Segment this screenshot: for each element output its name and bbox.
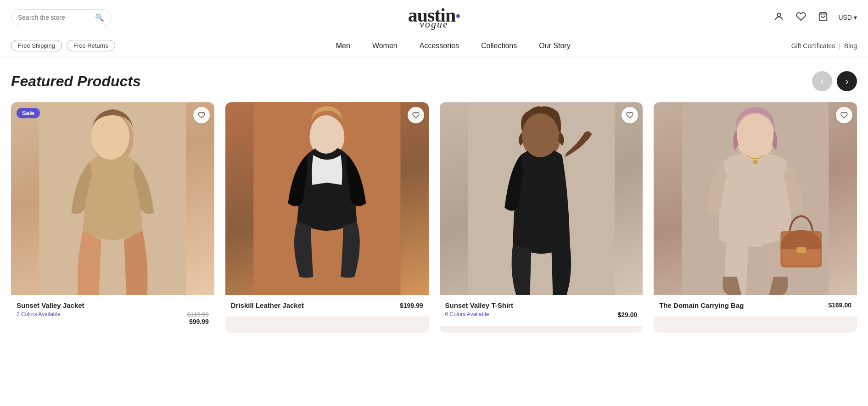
product-name-price-row: The Domain Carrying Bag $169.00 [659,301,851,309]
product-card: Sunset Valley T-Shirt 6 Colors Available… [440,102,643,333]
product-figure-svg [225,102,429,295]
products-grid: Sale Sunset Valley Jacket 2 Colors Avail… [11,102,857,333]
search-icon: 🔍 [95,13,104,22]
price-regular-2: $199.99 [400,302,423,309]
nav-men[interactable]: Men [336,42,350,50]
product-meta-1: 2 Colors Available $119.99 $99.99 [17,311,209,325]
product-meta-3: 6 Colors Available $29.00 [445,311,638,318]
svg-point-14 [753,160,758,164]
wishlist-button-1[interactable] [193,107,210,123]
product-card: Sale Sunset Valley Jacket 2 Colors Avail… [11,102,214,333]
product-colors-1: 2 Colors Available [17,311,61,317]
wishlist-button-4[interactable] [836,107,852,123]
cart-button[interactable] [816,10,830,26]
nav-women[interactable]: Women [372,42,398,50]
featured-title: Featured Products [11,73,141,90]
product-image-wrap [654,102,857,295]
product-info-3: Sunset Valley T-Shirt 6 Colors Available… [440,295,643,326]
header-right: USD ▾ [575,10,857,26]
site-logo[interactable]: austin vogue [408,6,460,29]
currency-selector[interactable]: USD ▾ [838,14,857,21]
heart-icon [626,111,633,119]
product-card: The Domain Carrying Bag $169.00 [654,102,857,333]
main-nav: Men Women Accessories Collections Our St… [115,42,791,50]
heart-icon [198,111,205,119]
product-image-4 [654,102,857,295]
product-image-3 [440,102,643,295]
product-name-3: Sunset Valley T-Shirt [445,301,638,309]
heart-icon [840,111,848,119]
search-box[interactable]: 🔍 [11,9,112,26]
featured-header: Featured Products ‹ › [11,71,857,91]
account-button[interactable] [772,10,786,26]
svg-point-18 [737,114,774,157]
svg-rect-17 [797,247,806,253]
carousel-next-button[interactable]: › [837,71,857,91]
svg-point-11 [522,113,559,157]
product-figure-svg [11,102,214,295]
price-regular-4: $169.00 [828,301,851,309]
site-header: 🔍 austin vogue USD ▾ [0,0,868,35]
product-name-2: Driskill Leather Jacket [231,301,304,309]
gift-certificates-link[interactable]: Gift Certificates [791,42,835,50]
product-info-4: The Domain Carrying Bag $169.00 [654,295,857,317]
subheader: Free Shipping Free Returns Men Women Acc… [0,35,868,56]
main-content: Featured Products ‹ › [0,56,868,344]
search-input[interactable] [18,14,91,21]
nav-accessories[interactable]: Accessories [420,42,459,50]
svg-point-4 [91,114,129,160]
product-image-2 [225,102,429,295]
currency-label: USD [838,14,852,21]
nav-right: Gift Certificates | Blog [791,42,857,50]
nav-collections[interactable]: Collections [481,42,517,50]
product-name-price-row: Driskill Leather Jacket $199.99 [231,301,423,309]
header-left: 🔍 [11,9,293,26]
sale-badge: Sale [17,108,40,118]
product-colors-3: 6 Colors Available [445,311,489,317]
product-figure-svg [440,102,643,295]
heart-icon [412,111,420,119]
header-center: austin vogue [293,6,575,29]
price-block-3: $29.00 [617,311,637,318]
wishlist-header-button[interactable] [794,10,808,26]
product-image-1 [11,102,214,295]
blog-link[interactable]: Blog [844,42,857,50]
product-image-wrap [225,102,429,295]
product-figure-svg [654,102,857,295]
free-returns-badge: Free Returns [67,40,115,51]
free-shipping-badge: Free Shipping [11,40,62,51]
nav-divider: | [839,42,840,50]
price-sale-1: $99.99 [187,318,209,325]
product-name-4: The Domain Carrying Bag [659,301,744,309]
wishlist-button-3[interactable] [622,107,638,123]
heart-icon [796,11,806,22]
svg-point-8 [310,115,342,154]
product-image-wrap: Sale [11,102,214,295]
currency-arrow-icon: ▾ [854,14,857,21]
logo-dot [456,14,460,18]
account-icon [774,11,784,22]
price-block-1: $119.99 $99.99 [187,311,209,325]
svg-point-0 [778,13,781,16]
nav-our-story[interactable]: Our Story [539,42,570,50]
bag-icon [818,11,828,22]
product-info-1: Sunset Valley Jacket 2 Colors Available … [11,295,214,333]
carousel-prev-button[interactable]: ‹ [812,71,832,91]
promo-badges: Free Shipping Free Returns [11,40,115,51]
product-card: Driskill Leather Jacket $199.99 [225,102,429,333]
product-name-1: Sunset Valley Jacket [17,301,209,309]
price-regular-3: $29.00 [617,311,637,318]
price-original-1: $119.99 [187,311,209,318]
product-info-2: Driskill Leather Jacket $199.99 [225,295,429,317]
carousel-controls: ‹ › [812,71,857,91]
product-image-wrap [440,102,643,295]
wishlist-button-2[interactable] [408,107,424,123]
